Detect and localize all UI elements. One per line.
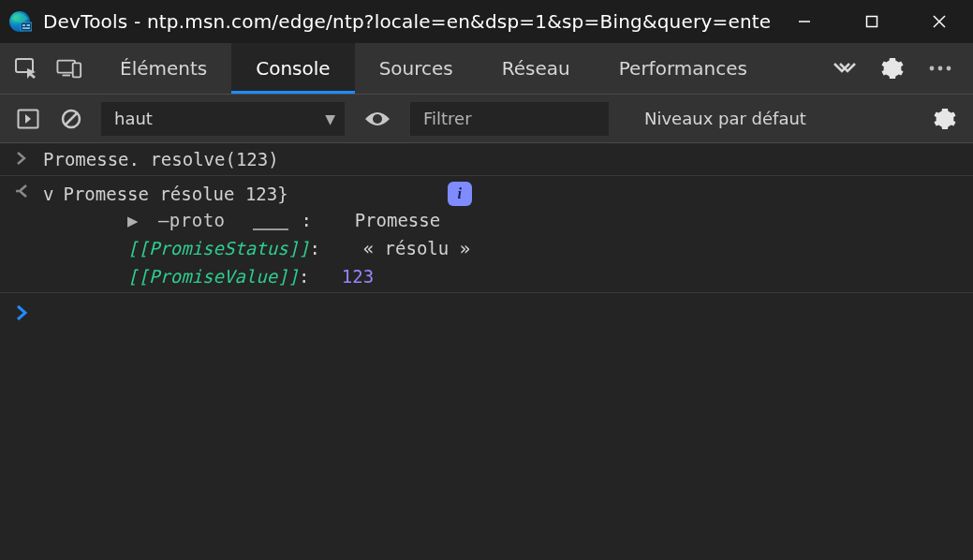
tab-console[interactable]: Console: [231, 43, 354, 94]
log-levels-dropdown[interactable]: Niveaux par défaut: [644, 109, 806, 128]
console-input-row: Promesse. resolve(123): [0, 143, 973, 176]
context-select-value: haut: [114, 109, 153, 128]
info-badge-icon[interactable]: i: [448, 182, 472, 206]
toggle-sidebar-icon[interactable]: [15, 106, 41, 132]
proto-key: —proto: [158, 210, 226, 230]
prompt-chevron-icon: [0, 302, 43, 321]
promise-status-key: [[PromiseStatus]]: [127, 238, 309, 258]
clear-console-icon[interactable]: [58, 106, 84, 132]
svg-rect-1: [21, 22, 32, 31]
devtools-tabbar: Éléments Console Sources Réseau Performa…: [0, 43, 973, 95]
devtools-app-icon: [7, 9, 32, 34]
context-select[interactable]: haut ▼: [101, 102, 345, 136]
dropdown-triangle-icon: ▼: [325, 111, 335, 126]
tab-label: Console: [256, 57, 330, 80]
input-chevron-icon: [0, 149, 43, 166]
svg-rect-3: [27, 24, 31, 26]
settings-gear-icon[interactable]: [881, 57, 904, 80]
svg-rect-11: [63, 75, 70, 77]
proto-colon: :: [301, 210, 311, 230]
promise-status-line: [[PromiseStatus]]: « résolu »: [43, 234, 960, 262]
promise-value-value: 123: [342, 266, 374, 287]
device-toolbar-icon[interactable]: [56, 55, 82, 81]
window-minimize-button[interactable]: [771, 0, 838, 43]
svg-rect-2: [22, 24, 25, 26]
console-input-text: Promesse. resolve(123): [43, 149, 279, 169]
window-controls: [771, 0, 973, 43]
svg-point-20: [16, 189, 19, 192]
svg-point-15: [947, 66, 951, 71]
more-options-icon[interactable]: [928, 65, 952, 72]
tab-label: Performances: [619, 57, 747, 80]
panel-tabs: Éléments Console Sources Réseau Performa…: [96, 43, 772, 94]
result-header: Promesse résolue 123}: [63, 184, 287, 204]
svg-point-13: [930, 66, 935, 71]
tab-elements[interactable]: Éléments: [96, 43, 231, 94]
svg-rect-6: [867, 17, 877, 27]
svg-rect-4: [22, 27, 30, 29]
proto-underscore: [253, 225, 288, 230]
proto-value: Promesse: [355, 210, 441, 230]
tab-label: Sources: [379, 57, 453, 80]
window-close-button[interactable]: [906, 0, 973, 43]
tab-network[interactable]: Réseau: [478, 43, 595, 94]
window-titlebar: DevTools - ntp.msn.com/edge/ntp?locale=e…: [0, 0, 973, 43]
live-expression-eye-icon[interactable]: [361, 103, 393, 135]
console-settings-gear-icon[interactable]: [932, 106, 958, 132]
inspect-element-icon[interactable]: [13, 55, 39, 81]
log-levels-label: Niveaux par défaut: [644, 109, 806, 128]
console-toolbar: haut ▼ Niveaux par défaut: [0, 95, 973, 143]
promise-status-value: « résolu »: [363, 238, 470, 258]
svg-point-19: [373, 114, 382, 124]
window-maximize-button[interactable]: [838, 0, 906, 43]
promise-value-key: [[PromiseValue]]: [127, 266, 299, 287]
more-tabs-chevron-icon[interactable]: [833, 60, 857, 77]
promise-value-line: [[PromiseValue]]: 123: [43, 262, 960, 290]
console-prompt-row[interactable]: [0, 293, 973, 331]
expand-arrow-icon[interactable]: ▶: [127, 206, 138, 234]
tab-label: Éléments: [120, 57, 207, 80]
svg-rect-12: [73, 63, 81, 77]
output-chevron-icon: [0, 182, 43, 199]
svg-line-18: [66, 112, 78, 125]
console-result-row: v Promesse résolue 123} i ▶ —proto : Pro…: [0, 176, 973, 292]
proto-line: ▶ —proto : Promesse: [43, 206, 960, 234]
svg-point-14: [938, 66, 943, 71]
tab-performance[interactable]: Performances: [595, 43, 772, 94]
expand-toggle[interactable]: v: [43, 184, 53, 204]
tab-sources[interactable]: Sources: [355, 43, 478, 94]
window-title: DevTools - ntp.msn.com/edge/ntp?locale=e…: [43, 10, 771, 33]
tab-label: Réseau: [502, 57, 570, 80]
filter-input[interactable]: [410, 102, 609, 136]
console-output: Promesse. resolve(123) v Promesse résolu…: [0, 143, 973, 560]
